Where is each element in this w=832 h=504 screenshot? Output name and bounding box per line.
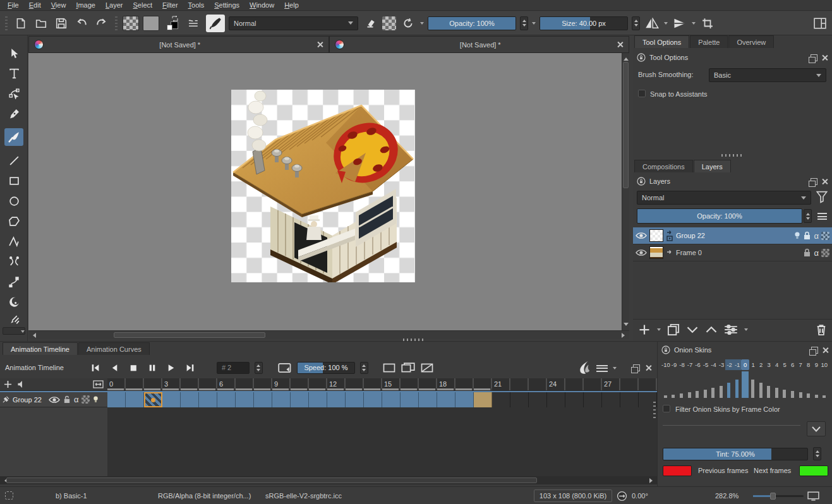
onion-opacity-bar[interactable]	[815, 395, 818, 398]
frame-cell-7[interactable]	[236, 392, 254, 407]
frame-cell-23[interactable]	[529, 392, 547, 407]
docker-tab[interactable]: Animation Timeline	[3, 342, 78, 355]
zoom-fit-icon[interactable]	[93, 380, 104, 388]
filter-onion-skins-checkbox[interactable]	[663, 405, 670, 412]
onion-frame-number[interactable]: 2	[757, 359, 765, 370]
new-document-button[interactable]	[13, 15, 29, 32]
previous-frame-button[interactable]	[109, 363, 119, 373]
reload-preset-button[interactable]	[400, 15, 416, 32]
layer-lock-icon[interactable]	[803, 248, 811, 257]
save-button[interactable]	[53, 15, 69, 32]
onion-opacity-bar[interactable]	[664, 395, 667, 398]
onion-opacity-bar[interactable]	[751, 380, 754, 398]
pin-icon[interactable]	[3, 396, 9, 403]
chevron-down-icon[interactable]	[744, 328, 748, 333]
speed-spinner[interactable]	[360, 362, 368, 374]
tool-freehand-brush[interactable]	[4, 128, 23, 146]
tool-calligraphy[interactable]	[4, 105, 23, 123]
add-track-icon[interactable]	[4, 380, 12, 388]
image-size-button[interactable]: 103 x 108 (800.0 KiB)	[534, 489, 612, 502]
layer-row-group22[interactable]: Group 22 α	[633, 227, 832, 244]
onion-skins-toggle-icon[interactable]	[577, 361, 591, 375]
close-icon[interactable]	[645, 364, 652, 371]
frame-cell-18[interactable]	[437, 392, 455, 407]
alpha-lock-icon[interactable]: α	[814, 249, 819, 257]
toolbar-grip[interactable]	[115, 16, 118, 30]
tool-edit-shapes[interactable]	[4, 85, 23, 102]
toolbar-grip[interactable]	[5, 16, 8, 30]
frame-cell-3[interactable]	[162, 392, 181, 407]
menu-item[interactable]: Layer	[100, 0, 128, 11]
add-layer-button[interactable]	[638, 323, 651, 336]
menu-item[interactable]: Image	[71, 0, 100, 11]
filter-layers-icon[interactable]	[816, 191, 828, 203]
close-icon[interactable]	[821, 54, 828, 61]
frame-spinner[interactable]	[255, 362, 263, 374]
size-spinner[interactable]	[632, 16, 640, 30]
redo-button[interactable]	[93, 15, 110, 32]
add-blank-frame-button[interactable]	[382, 363, 396, 373]
frame-cell-21[interactable]	[492, 392, 510, 407]
onion-frame-number[interactable]: 8	[805, 359, 813, 370]
gradient-chooser-button[interactable]	[143, 16, 159, 31]
docker-tab[interactable]: Palette	[690, 35, 728, 48]
onion-frame-number[interactable]: -5	[702, 359, 710, 370]
undo-button[interactable]	[73, 15, 90, 32]
frame-cell-24[interactable]	[547, 392, 565, 407]
onion-opacity-bar[interactable]	[742, 371, 749, 398]
layer-opacity-slider[interactable]: Opacity: 100%	[637, 208, 802, 224]
frame-cell-15[interactable]	[382, 392, 401, 407]
onion-frame-number[interactable]: -6	[694, 359, 702, 370]
tool-text[interactable]	[4, 64, 23, 82]
onion-frame-number[interactable]: 10	[821, 359, 829, 370]
add-duplicate-frame-button[interactable]	[401, 363, 415, 373]
timeline-ruler[interactable]: 0369121518212427	[107, 378, 657, 391]
onion-opacity-bar[interactable]	[783, 390, 786, 398]
preserve-alpha-button[interactable]	[382, 16, 396, 30]
chevron-down-icon[interactable]	[692, 22, 696, 27]
menu-item[interactable]: Window	[244, 0, 279, 11]
frame-cell-5[interactable]	[199, 392, 217, 407]
tint-spinner[interactable]	[813, 447, 821, 460]
onion-opacity-bar[interactable]	[720, 386, 723, 398]
chevron-down-icon[interactable]	[532, 22, 536, 27]
docker-tab[interactable]: Tool Options	[634, 35, 689, 48]
layer-thumbnail[interactable]	[649, 229, 663, 242]
layer-row-frame0[interactable]: Frame 0 α	[633, 244, 832, 261]
opacity-spinner[interactable]	[520, 16, 528, 30]
close-icon[interactable]	[821, 178, 828, 185]
speed-control[interactable]: Speed: 100 %	[297, 362, 355, 374]
brush-presets-icon[interactable]	[186, 15, 202, 32]
onion-frame-number[interactable]: 9	[812, 359, 821, 370]
scroll-left-icon[interactable]	[30, 333, 36, 338]
onion-frame-number[interactable]: -3	[718, 359, 726, 370]
menu-item[interactable]: Select	[128, 0, 158, 11]
menu-item[interactable]: Filter	[157, 0, 183, 11]
frame-cell-2[interactable]	[144, 392, 162, 407]
inherit-alpha-icon[interactable]	[81, 395, 90, 404]
float-docker-icon[interactable]	[811, 347, 818, 354]
splitter-handle[interactable]	[721, 154, 743, 157]
tool-ellipse[interactable]	[4, 192, 23, 210]
onion-frame-number[interactable]: -2	[725, 359, 733, 370]
lock-icon[interactable]	[637, 177, 646, 186]
frame-cell-11[interactable]	[309, 392, 327, 407]
onion-opacity-bar[interactable]	[711, 388, 714, 398]
onion-frame-number[interactable]: 0	[741, 359, 749, 370]
current-frame-field[interactable]: # 2	[217, 362, 250, 374]
toolbox-expander[interactable]	[3, 327, 25, 335]
pattern-chooser-button[interactable]	[123, 16, 139, 31]
layer-lock-icon[interactable]	[803, 231, 811, 240]
onion-opacity-bar[interactable]	[680, 393, 683, 398]
layer-options-menu-icon[interactable]	[817, 213, 827, 220]
frame-cell-4[interactable]	[181, 392, 199, 407]
menu-item[interactable]: View	[46, 0, 71, 11]
onion-frame-number[interactable]: -4	[709, 359, 718, 370]
timeline-scroll-thumb[interactable]	[6, 477, 537, 483]
splitter-handle[interactable]	[653, 399, 656, 418]
onion-frame-number[interactable]: 3	[765, 359, 773, 370]
tool-rectangle[interactable]	[4, 172, 23, 189]
swap-colors-icon[interactable]	[172, 16, 178, 21]
size-slider[interactable]: Size: 40.00 px	[540, 16, 628, 30]
onion-opacity-bar[interactable]	[672, 395, 675, 398]
